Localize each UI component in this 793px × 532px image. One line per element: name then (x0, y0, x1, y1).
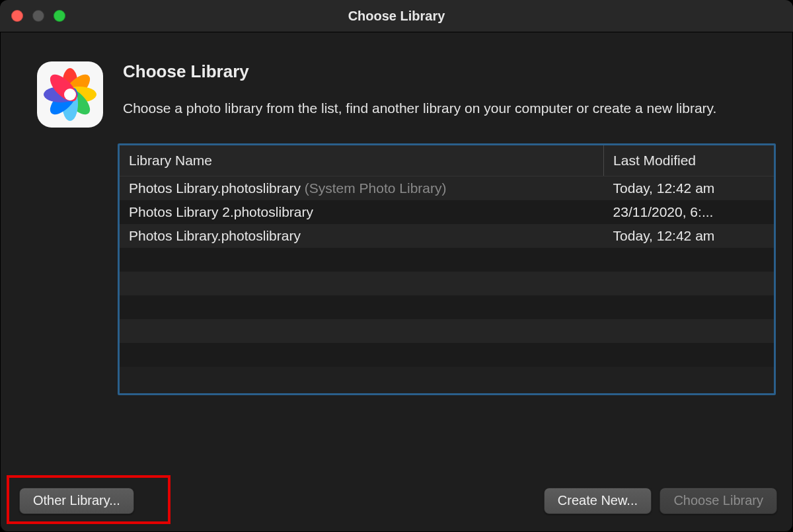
table-row (120, 319, 774, 343)
other-library-button[interactable]: Other Library... (19, 488, 134, 514)
library-table[interactable]: Library Name Last Modified Photos Librar… (118, 143, 776, 395)
header-row: Choose Library Choose a photo library fr… (17, 61, 776, 128)
dialog-heading: Choose Library (123, 61, 769, 82)
table-row[interactable]: Photos Library.photoslibrary (System Pho… (120, 176, 774, 201)
create-new-button[interactable]: Create New... (544, 488, 652, 514)
choose-library-button: Choose Library (660, 488, 777, 514)
svg-point-8 (64, 89, 76, 100)
library-modified: Today, 12:42 am (604, 176, 774, 201)
library-modified: 23/11/2020, 6:... (604, 200, 774, 224)
table-row (120, 295, 774, 319)
library-modified: Today, 12:42 am (604, 224, 774, 248)
table-row[interactable]: Photos Library 2.photoslibrary 23/11/202… (120, 200, 774, 224)
library-note: (System Photo Library) (305, 180, 447, 196)
col-last-modified[interactable]: Last Modified (604, 145, 774, 176)
table-row (120, 248, 774, 272)
library-name: Photos Library 2.photoslibrary (129, 204, 313, 219)
library-name: Photos Library.photoslibrary (129, 228, 301, 243)
titlebar: Choose Library (0, 0, 793, 32)
table-row (120, 272, 774, 295)
library-name: Photos Library.photoslibrary (129, 180, 301, 196)
dialog-description: Choose a photo library from the list, fi… (123, 99, 769, 118)
table-row[interactable]: Photos Library.photoslibrary Today, 12:4… (120, 224, 774, 248)
col-library-name[interactable]: Library Name (120, 145, 604, 176)
photos-app-icon (37, 61, 103, 128)
dialog-body: Choose Library Choose a photo library fr… (0, 32, 793, 532)
table-row (120, 343, 774, 367)
table-header-row: Library Name Last Modified (120, 145, 774, 176)
header-text: Choose Library Choose a photo library fr… (123, 61, 776, 118)
choose-library-window: Choose Library (0, 0, 793, 532)
window-title: Choose Library (0, 0, 793, 32)
dialog-footer: Other Library... Create New... Choose Li… (0, 469, 793, 532)
